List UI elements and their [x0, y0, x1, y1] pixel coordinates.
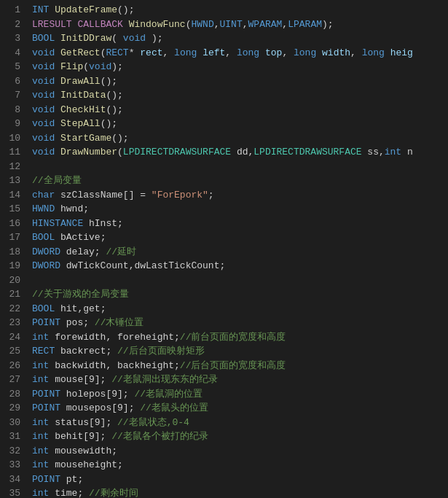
code-line-11: void DrawNumber(LPDIRECTDRAWSURFACE dd,L…	[32, 145, 448, 160]
code-line-28: POINT holepos[9]; //老鼠洞的位置	[32, 387, 448, 402]
code-line-30: int status[9]; //老鼠状态,0-4	[32, 416, 448, 430]
ln-16: 16	[0, 217, 20, 231]
code-line-13: //全局变量	[32, 174, 448, 188]
code-line-32: int mousewidth;	[32, 444, 448, 459]
ln-7: 7	[0, 88, 20, 103]
code-line-5: void Flip(void);	[32, 60, 448, 74]
code-line-3: BOOL InitDDraw( void );	[32, 31, 448, 46]
ln-5: 5	[0, 60, 20, 74]
code-line-15: HWND hwnd;	[32, 202, 448, 217]
code-line-9: void StepAll();	[32, 117, 448, 131]
ln-11: 11	[0, 145, 20, 160]
ln-18: 18	[0, 245, 20, 260]
ln-24: 24	[0, 330, 20, 345]
ln-10: 10	[0, 131, 20, 146]
code-line-23: POINT pos; //木锤位置	[32, 316, 448, 330]
ln-29: 29	[0, 401, 20, 416]
ln-21: 21	[0, 287, 20, 302]
code-line-22: BOOL hit,get;	[32, 302, 448, 316]
ln-1: 1	[0, 3, 20, 17]
ln-2: 2	[0, 17, 20, 32]
code-line-18: DWORD delay; //延时	[32, 245, 448, 260]
ln-28: 28	[0, 387, 20, 402]
code-line-2: LRESULT CALLBACK WindowFunc(HWND,UINT,WP…	[32, 17, 448, 32]
ln-26: 26	[0, 359, 20, 373]
code-line-27: int mouse[9]; //老鼠洞出现东东的纪录	[32, 373, 448, 387]
ln-33: 33	[0, 458, 20, 472]
code-line-17: BOOL bActive;	[32, 230, 448, 245]
ln-30: 30	[0, 416, 20, 430]
code-line-35: int time; //剩余时间	[32, 486, 448, 498]
code-line-29: POINT mousepos[9]; //老鼠头的位置	[32, 401, 448, 416]
code-line-34: POINT pt;	[32, 472, 448, 487]
ln-15: 15	[0, 202, 20, 217]
code-line-8: void CheckHit();	[32, 103, 448, 117]
code-line-16: HINSTANCE hInst;	[32, 217, 448, 231]
ln-8: 8	[0, 103, 20, 117]
ln-25: 25	[0, 344, 20, 359]
code-line-4: void GetRect(RECT* rect, long left, long…	[32, 46, 448, 61]
ln-20: 20	[0, 273, 20, 288]
line-number-gutter: 1 2 3 4 5 6 7 8 9 10 11 12 13 14 15 16 1…	[0, 0, 26, 498]
ln-9: 9	[0, 117, 20, 131]
ln-27: 27	[0, 373, 20, 387]
code-line-7: void InitData();	[32, 88, 448, 103]
ln-34: 34	[0, 472, 20, 487]
code-line-6: void DrawAll();	[32, 74, 448, 89]
code-line-31: int behit[9]; //老鼠各个被打的纪录	[32, 429, 448, 444]
code-line-19: DWORD dwTickCount,dwLastTickCount;	[32, 259, 448, 273]
code-line-12	[32, 160, 448, 174]
ln-23: 23	[0, 316, 20, 330]
code-line-26: int backwidth, backheight;//后台页面的宽度和高度	[32, 359, 448, 373]
ln-19: 19	[0, 259, 20, 273]
ln-14: 14	[0, 188, 20, 203]
ln-6: 6	[0, 74, 20, 89]
code-editor: 1 2 3 4 5 6 7 8 9 10 11 12 13 14 15 16 1…	[0, 0, 448, 498]
code-line-20	[32, 273, 448, 288]
code-line-24: int forewidth, foreheight;//前台页面的宽度和高度	[32, 330, 448, 345]
ln-13: 13	[0, 174, 20, 188]
code-line-1: INT UpdateFrame();	[32, 3, 448, 17]
code-line-21: //关于游戏的全局变量	[32, 287, 448, 302]
code-line-25: RECT backrect; //后台页面映射矩形	[32, 344, 448, 359]
ln-12: 12	[0, 160, 20, 174]
ln-35: 35	[0, 486, 20, 498]
code-line-10: void StartGame();	[32, 131, 448, 146]
code-line-14: char szClassName[] = "ForEpork";	[32, 188, 448, 203]
ln-4: 4	[0, 46, 20, 61]
ln-32: 32	[0, 444, 20, 459]
ln-22: 22	[0, 302, 20, 316]
ln-31: 31	[0, 429, 20, 444]
ln-3: 3	[0, 31, 20, 46]
ln-17: 17	[0, 230, 20, 245]
code-content[interactable]: INT UpdateFrame(); LRESULT CALLBACK Wind…	[26, 0, 448, 498]
code-line-33: int mouseheight;	[32, 458, 448, 472]
